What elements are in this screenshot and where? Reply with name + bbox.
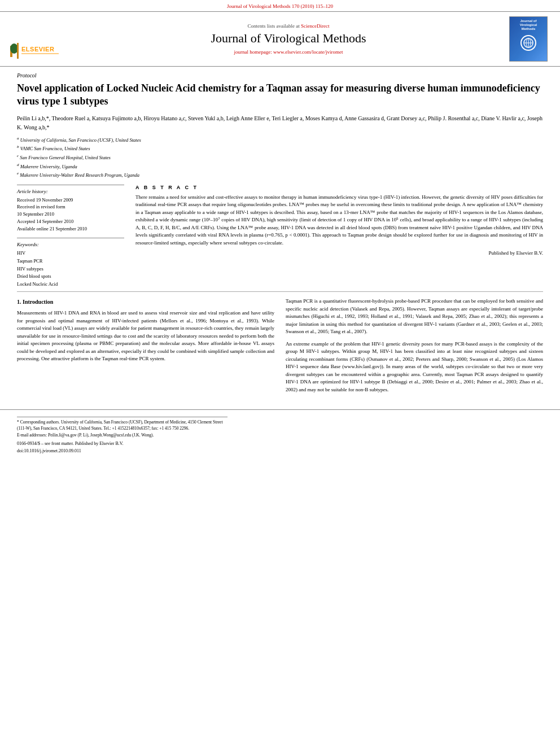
abstract-text: There remains a need for sensitive and c… [135,194,543,247]
abstract-section-container: Article history: Received 19 November 20… [17,185,543,289]
history-label: Article history: [17,189,124,194]
issn-text: 0166-0934/$ – see front matter. Publishe… [17,441,124,446]
contents-available-line: Contents lists available at ScienceDirec… [248,23,330,29]
main-content: Protocol Novel application of Locked Nuc… [0,67,560,404]
journal-title: Journal of Virological Methods [211,31,366,46]
affiliation-e: e Makerere University-Walter Reed Resear… [17,171,543,179]
revised-date: 10 September 2010 [17,211,124,218]
keywords-section: Keywords: HIV Taqman PCR HIV subtypes Dr… [17,238,124,288]
header-right: Journal of Virological Methods [506,16,551,62]
intro-para3: An extreme example of the problem that H… [286,340,543,394]
article-left-col: 1. Introduction Measurements of HIV-1 DN… [17,298,274,398]
homepage-label: journal homepage: [234,49,272,55]
elsevier-logo-svg: ELSEVIER [9,40,60,62]
journal-reference-text: Journal of Virological Methods 170 (2010… [227,3,333,9]
corresponding-text: * Corresponding authors. University of C… [17,420,228,431]
authors-text: Peilin Li a,b,*, Theodore Ruel a, Katsuy… [17,115,542,130]
page: Journal of Virological Methods 170 (2010… [0,0,560,747]
svg-text:ELSEVIER: ELSEVIER [21,46,54,53]
authors-list: Peilin Li a,b,*, Theodore Ruel a, Katsuy… [17,114,543,132]
keyword-lna: Locked Nucleic Acid [17,281,124,289]
keyword-dbs: Dried blood spots [17,273,124,281]
doi-text: doi:10.1016/j.jviromet.2010.09.011 [17,448,81,453]
contents-label: Contents lists available at [248,23,300,29]
section-divider [17,291,543,292]
svg-point-2 [10,43,18,54]
journal-header: ELSEVIER Contents lists available at Sci… [0,12,560,67]
abstract-section: A B S T R A C T There remains a need for… [135,185,543,256]
left-metadata-col: Article history: Received 19 November 20… [17,185,124,289]
journal-cover-image: Journal of Virological Methods [509,16,548,62]
article-title: Novel application of Locked Nucleic Acid… [17,82,543,108]
affiliation-b: b VAMC San Francisco, United States [17,144,543,152]
doi-line: doi:10.1016/j.jviromet.2010.09.011 [17,448,543,453]
article-history: Article history: Received 19 November 20… [17,185,124,233]
email-addresses: E-mail addresses: Peilin.li@va.gov (P. L… [17,433,228,439]
keywords-items: HIV Taqman PCR HIV subtypes Dried blood … [17,250,124,288]
cover-journal-name: Journal of Virological Methods [520,19,537,32]
received-revised-label: Received in revised form [17,203,124,211]
header-left: ELSEVIER [9,16,71,62]
intro-heading: 1. Introduction [17,298,274,306]
issn-line: 0166-0934/$ – see front matter. Publishe… [17,441,543,446]
affiliation-d: d Makerere University, Uganda [17,162,543,171]
intro-para1: Measurements of HIV-1 DNA and RNA in blo… [17,309,274,363]
section-type-label: Protocol [17,72,543,78]
cover-icon [520,35,536,51]
keyword-hivsubtypes: HIV subtypes [17,265,124,273]
journal-homepage: journal homepage: www.elsevier.com/locat… [234,49,343,55]
published-by: Published by Elsevier B.V. [135,250,543,256]
affiliation-a: a University of California, San Francisc… [17,136,543,144]
intro-para2: Taqman PCR is a quantitative fluorescent… [286,298,543,336]
svg-rect-3 [17,43,19,59]
keyword-hiv: HIV [17,250,124,257]
affiliation-c: c San Francisco General Hospital, United… [17,153,543,161]
abstract-col: A B S T R A C T There remains a need for… [135,185,543,289]
keyword-taqman: Taqman PCR [17,257,124,265]
elsevier-logo: ELSEVIER [9,40,71,62]
article-footer: * Corresponding authors. University of C… [0,409,560,453]
keywords-label: Keywords: [17,242,124,247]
contents-link[interactable]: ScienceDirect [301,23,329,29]
available-online-date: Available online 21 September 2010 [17,225,124,233]
abstract-heading: A B S T R A C T [135,185,543,190]
received-date: Received 19 November 2009 [17,196,124,204]
article-body: 1. Introduction Measurements of HIV-1 DN… [17,298,543,398]
journal-reference-bar: Journal of Virological Methods 170 (2010… [0,0,560,12]
homepage-url[interactable]: www.elsevier.com/locate/jviromet [273,49,343,55]
corresponding-note: * Corresponding authors. University of C… [17,417,228,439]
accepted-date: Accepted 14 September 2010 [17,218,124,225]
article-right-col: Taqman PCR is a quantitative fluorescent… [286,298,543,398]
header-center: Contents lists available at ScienceDirec… [77,16,500,62]
affiliations-list: a University of California, San Francisc… [17,136,543,179]
